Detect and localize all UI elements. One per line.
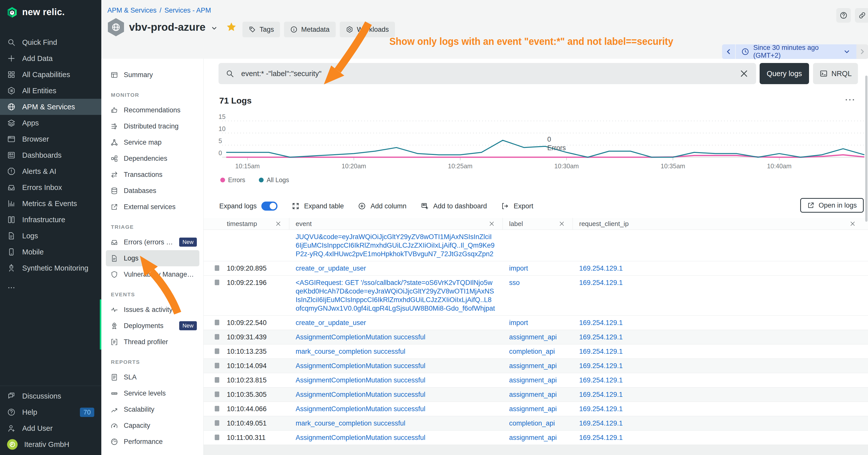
expand-logs-toggle[interactable]: Expand logs: [219, 201, 278, 210]
subnav-item-vulnerability-management[interactable]: Vulnerability Management: [106, 266, 199, 283]
metadata-button[interactable]: Metadata: [284, 22, 336, 37]
sidebar-item-infrastructure[interactable]: Infrastructure: [0, 212, 101, 228]
legend-item-errors[interactable]: Errors: [220, 176, 245, 184]
more-options-icon[interactable]: [844, 94, 856, 106]
subnav-item-performance[interactable]: Performance: [106, 433, 199, 450]
subnav-item-databases[interactable]: Databases: [106, 183, 199, 199]
subnav-item-distributed-tracing[interactable]: Distributed tracing: [106, 118, 199, 134]
column-header-timestamp[interactable]: timestamp: [204, 218, 289, 229]
event-link[interactable]: AssignmentCompletionMutation successful: [296, 390, 495, 399]
sidebar-item-dashboards[interactable]: Dashboards: [0, 147, 101, 163]
column-header-label[interactable]: label: [503, 218, 573, 229]
log-row[interactable]: 10:10:35.305AssignmentCompletionMutation…: [204, 387, 868, 401]
log-row-marker-icon[interactable]: [215, 334, 219, 339]
sidebar-item-add-user[interactable]: Add User: [0, 420, 101, 436]
remove-column-icon[interactable]: [489, 221, 495, 227]
time-picker-next-button[interactable]: [857, 44, 868, 59]
ip-link[interactable]: 169.254.129.1: [579, 264, 861, 272]
log-row[interactable]: 10:09:22.540create_or_update_userimport1…: [204, 316, 868, 330]
log-row[interactable]: JUQVU&code=eyJraWQiOiJjcGltY29yZV8wOTI1M…: [204, 229, 868, 261]
log-row[interactable]: 10:10:23.815AssignmentCompletionMutation…: [204, 373, 868, 387]
sidebar-item-synthetic-monitoring[interactable]: Synthetic Monitoring: [0, 260, 101, 276]
sidebar-item-alerts-ai[interactable]: Alerts & AI: [0, 163, 101, 180]
log-row[interactable]: 10:10:49.051mark_course_completion succe…: [204, 416, 868, 430]
log-row-marker-icon[interactable]: [215, 363, 219, 368]
remove-column-icon[interactable]: [849, 221, 856, 227]
toggle-on-icon[interactable]: [261, 201, 278, 210]
subnav-item-errors-errors-inb[interactable]: Errors (errors inb...New: [106, 234, 199, 250]
subnav-item-thread-profiler[interactable]: Thread profiler: [106, 334, 199, 350]
subnav-item-transactions[interactable]: Transactions: [106, 166, 199, 183]
log-row-marker-icon[interactable]: [215, 420, 219, 426]
event-link[interactable]: <ASGIRequest: GET '/sso/callback/?state=…: [296, 279, 495, 313]
clear-query-icon[interactable]: [739, 68, 749, 78]
export-button[interactable]: Export: [501, 202, 533, 210]
event-link[interactable]: AssignmentCompletionMutation successful: [296, 333, 495, 342]
subnav-item-scalability[interactable]: Scalability: [106, 401, 199, 418]
log-row-marker-icon[interactable]: [215, 434, 219, 440]
breadcrumb-link-services-apm[interactable]: Services - APM: [164, 6, 211, 14]
log-row[interactable]: 10:10:44.066AssignmentCompletionMutation…: [204, 401, 868, 416]
sidebar-scroll-indicator[interactable]: [100, 299, 101, 350]
subnav-item-sla[interactable]: SLA: [106, 369, 199, 385]
log-row-marker-icon[interactable]: [215, 265, 219, 271]
time-picker-prev-button[interactable]: [722, 44, 736, 59]
subnav-item-summary[interactable]: Summary: [106, 67, 199, 83]
column-header-event[interactable]: event: [289, 218, 503, 229]
log-row[interactable]: 10:10:14.094AssignmentCompletionMutation…: [204, 358, 868, 373]
ip-link[interactable]: 169.254.129.1: [579, 347, 861, 356]
subnav-item-dependencies[interactable]: Dependencies: [106, 151, 199, 166]
ip-link[interactable]: 169.254.129.1: [579, 333, 861, 342]
favorite-star-icon[interactable]: [225, 22, 237, 33]
legend-item-all-logs[interactable]: All Logs: [259, 176, 289, 184]
ip-link[interactable]: 169.254.129.1: [579, 319, 861, 327]
remove-column-icon[interactable]: [275, 221, 281, 227]
sidebar-item-metrics-events[interactable]: Metrics & Events: [0, 195, 101, 212]
log-row[interactable]: 10:09:20.895create_or_update_userimport1…: [204, 261, 868, 275]
event-link[interactable]: create_or_update_user: [296, 319, 495, 327]
subnav-item-external-services[interactable]: External services: [106, 199, 199, 215]
time-picker-dropdown[interactable]: Since 30 minutes ago (GMT+2): [736, 44, 857, 59]
copy-link-button[interactable]: [855, 8, 868, 23]
new-relic-logo[interactable]: new relic.: [0, 0, 101, 18]
log-row-marker-icon[interactable]: [215, 320, 219, 325]
label-link[interactable]: import: [509, 264, 565, 272]
log-row[interactable]: 10:11:00.311AssignmentCompletionMutation…: [204, 430, 868, 445]
ip-link[interactable]: 169.254.129.1: [579, 419, 861, 427]
sidebar-item-add-data[interactable]: Add Data: [0, 51, 101, 66]
ip-link[interactable]: 169.254.129.1: [579, 404, 861, 413]
log-row-marker-icon[interactable]: [215, 280, 219, 285]
label-link[interactable]: completion_api: [509, 419, 565, 427]
add-to-dashboard-button[interactable]: Add to dashboard: [421, 202, 487, 210]
event-link[interactable]: mark_course_completion successful: [296, 419, 495, 427]
ip-link[interactable]: 169.254.129.1: [579, 390, 861, 399]
help-question-button[interactable]: [836, 8, 851, 23]
event-link[interactable]: AssignmentCompletionMutation successful: [296, 376, 495, 385]
sidebar-item-discussions[interactable]: Discussions: [0, 388, 101, 404]
column-header-request-client-ip[interactable]: request_client_ip: [573, 218, 868, 229]
page-scrollbar[interactable]: [865, 75, 868, 222]
expand-table-button[interactable]: Expand table: [291, 202, 344, 210]
log-row[interactable]: 10:10:13.235mark_course_completion succe…: [204, 344, 868, 358]
sidebar-item-item[interactable]: [0, 280, 101, 296]
subnav-item-recommendations[interactable]: Recommendations: [106, 102, 199, 118]
sidebar-item-all-entities[interactable]: All Entities: [0, 83, 101, 99]
tags-button[interactable]: Tags: [243, 22, 280, 37]
nrql-button[interactable]: NRQL: [813, 63, 858, 84]
subnav-item-service-map[interactable]: Service map: [106, 134, 199, 151]
log-row-marker-icon[interactable]: [215, 349, 219, 354]
chevron-down-icon[interactable]: [211, 25, 218, 32]
sidebar-item-help[interactable]: Help70: [0, 404, 101, 420]
subnav-item-logs[interactable]: Logs: [106, 250, 199, 266]
log-query-input[interactable]: [241, 69, 739, 78]
subnav-item-capacity[interactable]: Capacity: [106, 418, 199, 433]
ip-link[interactable]: 169.254.129.1: [579, 433, 861, 442]
sidebar-item-browser[interactable]: Browser: [0, 131, 101, 147]
ip-link[interactable]: 169.254.129.1: [579, 376, 861, 385]
ip-link[interactable]: 169.254.129.1: [579, 279, 861, 287]
query-logs-button[interactable]: Query logs: [760, 63, 809, 84]
log-row[interactable]: 10:09:22.196<ASGIRequest: GET '/sso/call…: [204, 275, 868, 316]
workloads-button[interactable]: Workloads: [340, 22, 395, 37]
log-row-marker-icon[interactable]: [215, 377, 219, 383]
event-link[interactable]: AssignmentCompletionMutation successful: [296, 404, 495, 413]
